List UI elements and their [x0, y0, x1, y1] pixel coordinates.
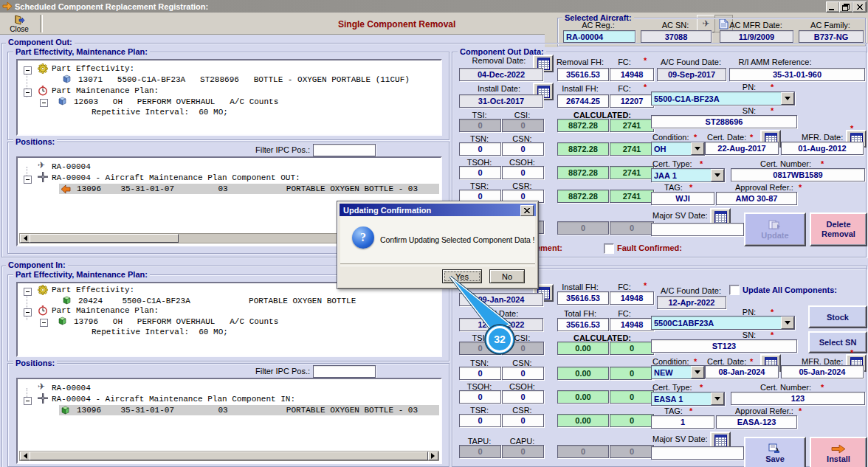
out-install-fc-field[interactable]: 12207 — [610, 94, 654, 108]
out-filter-ipc-input[interactable] — [313, 144, 376, 156]
scroll-thumb[interactable] — [30, 452, 428, 460]
in-filter-ipc-input[interactable] — [313, 365, 376, 378]
dropdown-arrow-icon[interactable] — [711, 169, 724, 181]
out-csn-field[interactable]: 0 — [502, 142, 544, 156]
in-plan-node[interactable]: RA-00004 - Aircraft Maintenance Plan Com… — [52, 395, 295, 404]
out-tsoh-field[interactable]: 0 — [459, 166, 501, 179]
stock-button[interactable]: Stock — [808, 305, 867, 328]
in-install-fh-field[interactable]: 35616.53 — [557, 291, 609, 305]
in-effectivity-expand-box[interactable] — [24, 288, 32, 296]
out-pn-combo[interactable]: 5500-C1A-BF23A — [651, 91, 795, 105]
out-position-item[interactable]: 13096 35-31-01-07 03 PORTABLE OXYGEN BOT… — [77, 184, 418, 194]
out-tsn-field[interactable]: 0 — [459, 142, 501, 156]
dropdown-arrow-icon[interactable] — [781, 316, 794, 329]
select-sn-button[interactable]: Select SN — [808, 331, 867, 353]
removal-fh-field[interactable]: 35616.53 — [557, 68, 609, 81]
in-pn-combo[interactable]: 5500C1ABF23A — [651, 316, 795, 330]
out-aircraft-node[interactable]: RA-00004 — [52, 162, 91, 172]
question-icon — [352, 226, 374, 249]
removal-fc-field[interactable]: 14948 — [610, 68, 654, 81]
in-plan-item-expand-box[interactable] — [40, 319, 48, 327]
restore-button[interactable] — [839, 1, 853, 13]
out-tag-field[interactable]: WJI — [651, 192, 714, 205]
in-tsn-field[interactable]: 0 — [459, 367, 501, 380]
in-plan-item[interactable]: 13796 OH PERFORM OVERHAUL A/C Counts — [74, 317, 278, 327]
out-cert-type-combo[interactable]: JAA 1 — [651, 168, 725, 182]
out-install-fh-field[interactable]: 26744.25 — [557, 94, 609, 108]
out-plan-label[interactable]: Part Maintenance Plan: — [52, 86, 159, 96]
out-plan-expand-box[interactable] — [24, 89, 32, 97]
removal-date-field[interactable]: 04-Dec-2022 — [459, 68, 543, 81]
in-tsr-field[interactable]: 0 — [459, 414, 501, 427]
out-cert-number-field[interactable]: 0817WB1589 — [731, 168, 865, 181]
total-fc-field[interactable]: 14948 — [610, 318, 654, 331]
in-position-item[interactable]: 13096 35-31-01-07 03 PORTABLE OXYGEN BOT… — [77, 406, 418, 415]
dropdown-arrow-icon[interactable] — [711, 392, 724, 405]
out-csoh-field[interactable]: 0 — [502, 166, 544, 179]
in-mfr-date-field[interactable]: 05-Jan-2024 — [781, 365, 864, 378]
close-window-button[interactable] — [852, 1, 867, 13]
in-cert-date-field[interactable]: 08-Jan-2024 — [705, 365, 779, 378]
out-effectivity-tree[interactable]: Part Effectivity: 13071 5500-C1A-BF23A S… — [16, 59, 442, 136]
in-csn-field[interactable]: 0 — [502, 367, 544, 380]
in-approval-field[interactable]: EASA-123 — [716, 415, 797, 429]
out-condition-combo[interactable]: OH — [651, 142, 705, 156]
scroll-left-button[interactable] — [20, 234, 30, 243]
dropdown-arrow-icon[interactable] — [691, 366, 704, 378]
install-button[interactable]: Install — [810, 437, 867, 467]
minimize-button[interactable] — [826, 1, 840, 13]
amm-reference-field[interactable]: 35-31-01-960 — [729, 68, 865, 81]
in-csr-field[interactable]: 0 — [502, 414, 544, 427]
in-effectivity-label[interactable]: Part Effectivity: — [52, 286, 134, 295]
in-positions-hscrollbar[interactable] — [19, 451, 439, 461]
out-install-date-field[interactable]: 31-Oct-2017 — [459, 94, 543, 108]
in-major-sv-field[interactable] — [651, 446, 744, 460]
scroll-thumb[interactable] — [30, 234, 179, 243]
in-effectivity-item[interactable]: 20424 5500-C1A-BF23A PORTABLE OXYGEN BOT… — [78, 297, 356, 306]
out-effectivity-label[interactable]: Part Effectivity: — [52, 64, 134, 74]
close-button[interactable]: Close — [3, 14, 35, 33]
in-effectivity-tree[interactable]: Part Effectivity: 20424 5500-C1A-BF23A P… — [16, 282, 442, 357]
total-fh-field[interactable]: 35616.53 — [557, 318, 609, 331]
out-sn-field[interactable]: ST288696 — [651, 115, 797, 128]
in-csoh-field[interactable]: 0 — [502, 390, 544, 404]
update-button[interactable]: Update — [744, 212, 806, 246]
save-button[interactable]: Save — [744, 437, 806, 467]
in-positions-tree[interactable]: RA-00004 RA-00004 - Aircraft Maintenance… — [16, 378, 442, 464]
scroll-left-button[interactable] — [20, 452, 30, 460]
in-tag-field[interactable]: 1 — [651, 415, 714, 429]
in-tsi-calc-fc: 0 — [610, 342, 654, 355]
in-condition-combo[interactable]: NEW — [651, 365, 705, 379]
in-install-fc-field[interactable]: 14948 — [610, 291, 654, 305]
out-plan-item[interactable]: 12603 OH PERFORM OVERHAUL A/C Counts — [74, 97, 278, 107]
dialog-title-bar[interactable]: Updating Confirmation — [340, 204, 536, 216]
out-effectivity-item[interactable]: 13071 5500-C1A-BF23A ST288696 BOTTLE - O… — [78, 75, 410, 85]
scroll-right-button[interactable] — [428, 452, 438, 460]
out-major-sv-field[interactable] — [651, 223, 744, 236]
in-plan-expand-box[interactable] — [24, 308, 32, 316]
in-install-date-field[interactable]: 09-Jan-2024 — [459, 293, 543, 306]
in-sn-field[interactable]: ST123 — [651, 339, 797, 353]
dialog-close-button[interactable] — [520, 205, 534, 216]
in-cert-type-combo[interactable]: EASA 1 — [651, 392, 725, 406]
out-plan-node[interactable]: RA-00004 - Aircraft Maintenance Plan Com… — [52, 173, 300, 183]
update-all-components-checkbox[interactable] — [729, 285, 740, 295]
ac-reg-field[interactable]: RA-00004 — [563, 30, 636, 43]
out-effectivity-expand-box[interactable] — [24, 66, 32, 75]
out-cert-date-field[interactable]: 22-Aug-2017 — [705, 142, 779, 155]
out-plan-node-expand-box[interactable] — [24, 176, 32, 184]
fault-confirmed-checkbox[interactable] — [604, 243, 614, 254]
in-tsoh-field[interactable]: 0 — [459, 390, 501, 404]
dialog-no-button[interactable]: No — [489, 269, 525, 283]
delete-removal-button[interactable]: Delete Removal — [810, 212, 867, 246]
dropdown-arrow-icon[interactable] — [691, 142, 704, 155]
out-mfr-date-field[interactable]: 01-Aug-2012 — [781, 142, 864, 155]
out-plan-item-expand-box[interactable] — [40, 99, 48, 107]
out-approval-field[interactable]: AMO 30-87 — [716, 192, 797, 205]
in-plan-node-expand-box[interactable] — [24, 397, 32, 405]
in-plan-label[interactable]: Part Maintenance Plan: — [52, 306, 159, 316]
dialog-yes-button[interactable]: Yes — [442, 269, 482, 283]
in-aircraft-node[interactable]: RA-00004 — [52, 384, 91, 393]
dropdown-arrow-icon[interactable] — [781, 92, 794, 105]
in-cert-number-field[interactable]: 123 — [731, 392, 865, 405]
